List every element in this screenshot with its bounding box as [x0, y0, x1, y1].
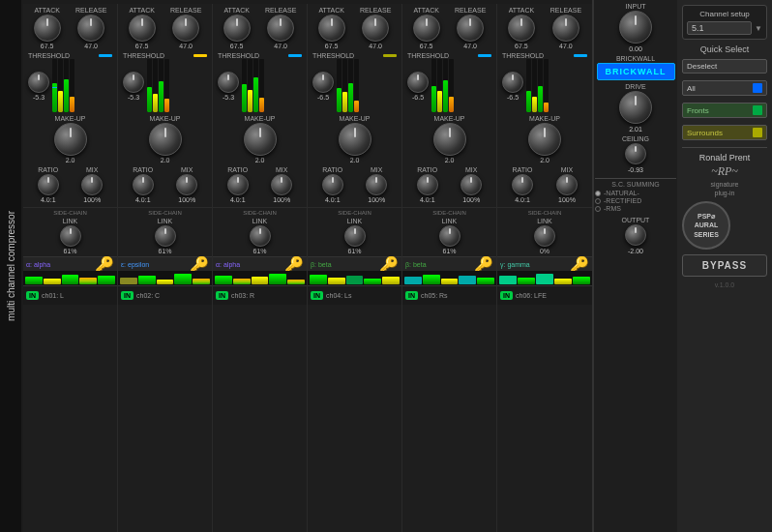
ch1-mini-bar-5	[98, 276, 115, 284]
ch4-alpha-bar: β: beta 🔑	[308, 256, 401, 271]
ch1-makeup-value: 2.0	[66, 157, 75, 163]
ch3-mix-knob[interactable]	[271, 174, 292, 195]
ch3-release-knob[interactable]	[267, 15, 294, 42]
ch6-release-knob[interactable]	[552, 15, 579, 42]
ch6-mix-knob[interactable]	[556, 174, 578, 195]
ch3-in-button[interactable]: IN	[216, 291, 228, 300]
ch5-threshold-knob[interactable]	[407, 72, 429, 93]
ch1-ratio-value: 4.0:1	[41, 196, 56, 203]
ch1-mini-meter	[23, 271, 117, 285]
ch2-threshold-knob[interactable]	[123, 72, 144, 93]
bypass-button[interactable]: BYPASS	[682, 254, 767, 277]
master-input-label: INPUT	[626, 3, 646, 10]
ch1-release-label: RELEASE	[75, 7, 106, 14]
plugin-container: multi channel compressor ATTACK 67.5	[0, 0, 677, 532]
sc-label-rectified: -RECTIFIED	[604, 197, 641, 204]
ch1-threshold-knob[interactable]	[28, 72, 49, 93]
ch2-release-knob[interactable]	[172, 15, 199, 42]
master-ceiling-group: CEILING -0.93	[622, 135, 649, 173]
master-input-knob[interactable]	[619, 11, 652, 44]
ch6-attack-knob[interactable]	[508, 15, 535, 42]
sc-option-rectified[interactable]: -RECTIFIED	[595, 197, 676, 204]
ch3-attack-knob[interactable]	[223, 15, 251, 42]
ch1-mini-bar-2	[44, 279, 61, 284]
channel-setup-value[interactable]: 5.1	[687, 21, 752, 35]
sc-option-rms[interactable]: -RMS	[595, 205, 676, 212]
ch1-in-button[interactable]: IN	[26, 291, 39, 300]
ch5-mix-knob[interactable]	[460, 174, 482, 195]
ch4-link-knob[interactable]	[344, 225, 366, 247]
ch4-makeup-knob[interactable]	[339, 123, 371, 156]
ch6-makeup-knob[interactable]	[528, 123, 561, 156]
ch4-mix-knob[interactable]	[366, 174, 387, 195]
ch1-sidechain-label: SIDE-CHAIN	[26, 210, 114, 216]
ch6-link-knob[interactable]	[534, 225, 555, 247]
ch2-alpha-bar: ε: epsilon 🔑	[118, 256, 212, 271]
channel-setup-expand-icon[interactable]: ▼	[755, 24, 762, 33]
ch2-makeup-knob[interactable]	[149, 123, 182, 156]
ch1-attack-knob[interactable]	[34, 15, 61, 42]
ch1-ratio-label: RATIO	[38, 166, 58, 173]
ch5-makeup-knob[interactable]	[433, 123, 466, 156]
channel-5: ATTACK 67.5 RELEASE 47.0 THRESHOL	[402, 4, 497, 532]
ch4-release-knob[interactable]	[362, 15, 389, 42]
brickwall-button[interactable]: BRICKWALL	[597, 63, 675, 80]
output-label: OUTPUT	[622, 217, 650, 223]
ch6-threshold-knob[interactable]	[502, 72, 523, 93]
ch1-mix-group: MIX 100%	[81, 166, 103, 203]
ch1-ratio-group: RATIO 4.0:1	[38, 166, 59, 203]
ch1-makeup-knob[interactable]	[54, 123, 87, 156]
ch6-ratio-knob[interactable]	[512, 174, 533, 195]
ch1-link-label: LINK	[63, 218, 78, 224]
ch5-in-button[interactable]: IN	[405, 291, 418, 300]
ch5-meters	[431, 59, 454, 112]
ch1-release-knob[interactable]	[77, 15, 104, 42]
ch2-in-button[interactable]: IN	[121, 291, 134, 300]
ch1-link-knob[interactable]	[60, 225, 81, 247]
master-drive-knob[interactable]	[619, 91, 652, 124]
signature-name: Ronald Prent	[699, 153, 751, 163]
ch5-ratio-knob[interactable]	[417, 174, 438, 195]
ch3-threshold-knob[interactable]	[218, 72, 239, 93]
qs-all-button[interactable]: All	[682, 80, 767, 96]
ch1-mix-knob[interactable]	[81, 174, 103, 195]
ch3-thresh-indicator	[288, 54, 302, 57]
ch2-meters	[147, 59, 169, 112]
master-output-knob[interactable]	[625, 224, 646, 246]
ch1-ratio-knob[interactable]	[38, 174, 59, 195]
ch5-release-knob[interactable]	[457, 15, 484, 42]
qs-surrounds-button[interactable]: Surrounds	[682, 125, 767, 140]
ch3-mini-meter	[213, 271, 307, 285]
ch3-makeup-knob[interactable]	[244, 123, 277, 156]
sc-radio-rms	[595, 206, 601, 212]
ch4-attack-knob[interactable]	[318, 15, 345, 42]
ch4-in-button[interactable]: IN	[311, 291, 323, 300]
ch2-link-knob[interactable]	[155, 225, 176, 247]
ch4-meters	[337, 59, 359, 112]
ch5-attack-knob[interactable]	[413, 15, 440, 42]
sc-options-list: -NATURAL- -RECTIFIED -RMS	[595, 190, 676, 212]
master-ceiling-knob[interactable]	[625, 143, 646, 164]
qs-fronts-button[interactable]: Fronts	[682, 103, 767, 118]
master-drive-group: DRIVE 2.01	[619, 83, 652, 133]
ch1-alpha-text: α: alpha	[26, 261, 50, 268]
ch4-threshold-knob[interactable]	[312, 72, 334, 93]
master-section: INPUT 0.00 BRICKWALL BRICKWALL DRIVE 2.0…	[592, 0, 677, 532]
ch3-ratio-knob[interactable]	[227, 174, 249, 195]
qs-deselect-button[interactable]: Deselect	[682, 59, 767, 74]
sidebar-text: multi channel compressor	[6, 211, 16, 321]
sc-option-natural[interactable]: -NATURAL-	[595, 190, 676, 196]
ch2-attack-knob[interactable]	[129, 15, 156, 42]
drive-value: 2.01	[629, 126, 642, 133]
ch6-in-button[interactable]: IN	[500, 291, 513, 300]
ch4-name: ch04: Ls	[326, 292, 351, 299]
ch3-link-knob[interactable]	[250, 225, 271, 247]
qs-fronts-indicator	[753, 105, 762, 115]
ch5-link-knob[interactable]	[439, 225, 460, 247]
channel-2: ATTACK 67.5 RELEASE 47.0 THRESHOL	[118, 4, 213, 532]
ch1-meter-2	[58, 59, 63, 112]
ch4-ratio-knob[interactable]	[322, 174, 343, 195]
ch6-bottom-bar: IN ch06: LFE	[497, 285, 592, 305]
ch2-ratio-knob[interactable]	[133, 174, 154, 195]
ch2-mix-knob[interactable]	[176, 174, 197, 195]
